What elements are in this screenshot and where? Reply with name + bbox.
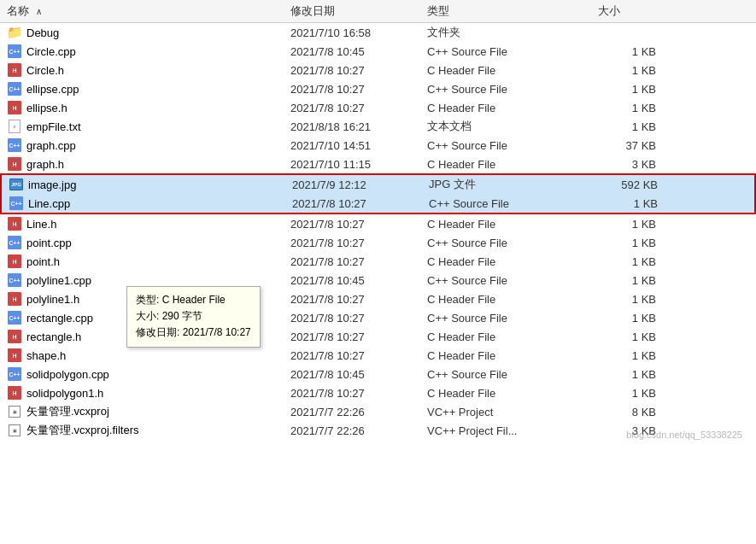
list-item[interactable]: H Circle.h 2021/7/8 10:27 C Header File … — [0, 61, 756, 79]
list-item[interactable]: H solidpolygon1.h 2021/7/8 10:27 C Heade… — [0, 383, 756, 402]
sort-arrow-icon: ∧ — [36, 7, 42, 16]
list-item[interactable]: C++ Circle.cpp 2021/7/8 10:45 C++ Source… — [0, 42, 756, 61]
file-name-cell: C++ Line.cpp — [2, 196, 292, 211]
file-name-cell: ≡ empFile.txt — [0, 119, 290, 134]
file-name: empFile.txt — [26, 120, 81, 133]
vcxproj-icon: ▣ — [7, 423, 22, 438]
list-item[interactable]: H rectangle.h 2021/7/8 10:27 C Header Fi… — [0, 327, 756, 346]
file-name: Circle.h — [26, 64, 64, 77]
file-date: 2021/7/8 10:27 — [290, 64, 427, 77]
list-item[interactable]: H shape.h 2021/7/8 10:27 C Header File 1… — [0, 346, 756, 365]
file-name: 矢量管理.vcxproj — [26, 404, 109, 419]
file-name: point.h — [26, 255, 60, 268]
file-date: 2021/7/8 10:27 — [290, 83, 427, 96]
file-type: JPG 文件 — [429, 177, 600, 192]
file-date: 2021/7/7 22:26 — [290, 424, 427, 437]
list-item[interactable]: C++ ellipse.cpp 2021/7/8 10:27 C++ Sourc… — [0, 79, 756, 98]
file-type: C++ Source File — [429, 197, 600, 210]
list-item[interactable]: H Line.h 2021/7/8 10:27 C Header File 1 … — [0, 214, 756, 233]
file-name-cell: ▣ 矢量管理.vcxproj — [0, 404, 290, 419]
file-size: 1 KB — [598, 368, 666, 381]
list-item[interactable]: C++ Line.cpp 2021/7/8 10:27 C++ Source F… — [0, 194, 756, 214]
file-type: C Header File — [427, 102, 598, 114]
list-item[interactable]: ▣ 矢量管理.vcxproj 2021/7/7 22:26 VC++ Proje… — [0, 402, 756, 421]
file-name: Circle.cpp — [26, 45, 76, 58]
file-name-cell: H solidpolygon1.h — [0, 385, 290, 401]
txt-icon: ≡ — [7, 119, 22, 134]
file-name-cell: C++ point.cpp — [0, 235, 290, 250]
list-item[interactable]: H point.h 2021/7/8 10:27 C Header File 1… — [0, 252, 756, 271]
list-item[interactable]: H polyline1.h 2021/7/8 10:27 C Header Fi… — [0, 290, 756, 308]
file-size: 37 KB — [598, 139, 666, 152]
list-item[interactable]: 📁 Debug 2021/7/10 16:58 文件夹 — [0, 23, 756, 42]
file-explorer: 名称 ∧ 修改日期 类型 大小 📁 Debug 2021/7/10 16:58 … — [0, 0, 756, 440]
file-type: C Header File — [427, 293, 598, 306]
file-name-cell: H shape.h — [0, 348, 290, 363]
folder-icon: 📁 — [7, 25, 22, 40]
file-date: 2021/7/8 10:27 — [290, 312, 427, 325]
file-name-cell: 📁 Debug — [0, 25, 290, 40]
file-type: C Header File — [427, 64, 598, 77]
h-icon: H — [7, 291, 22, 307]
list-item[interactable]: C++ solidpolygon.cpp 2021/7/8 10:45 C++ … — [0, 365, 756, 383]
tooltip-size-label: 大小: — [136, 310, 159, 322]
col-header-size[interactable]: 大小 — [598, 3, 666, 19]
list-item[interactable]: JPG image.jpg 2021/7/9 12:12 JPG 文件 592 … — [0, 173, 756, 194]
file-date: 2021/7/7 22:26 — [290, 406, 427, 418]
col-header-name[interactable]: 名称 ∧ — [0, 3, 290, 19]
file-type: VC++ Project — [427, 406, 598, 418]
list-item[interactable]: C++ point.cpp 2021/7/8 10:27 C++ Source … — [0, 233, 756, 252]
file-name: 矢量管理.vcxproj.filters — [26, 423, 138, 438]
file-type: C++ Source File — [427, 274, 598, 287]
list-item[interactable]: C++ graph.cpp 2021/7/10 14:51 C++ Source… — [0, 136, 756, 155]
file-name: graph.cpp — [26, 139, 76, 152]
file-name: solidpolygon1.h — [26, 387, 103, 400]
cpp-icon: C++ — [7, 272, 22, 288]
file-date: 2021/7/8 10:27 — [290, 255, 427, 268]
file-date: 2021/7/9 12:12 — [292, 178, 429, 191]
file-name-cell: C++ Circle.cpp — [0, 44, 290, 59]
file-date: 2021/7/8 10:45 — [290, 368, 427, 381]
file-type: C++ Source File — [427, 368, 598, 381]
file-size: 1 KB — [598, 83, 666, 96]
file-size: 1 KB — [598, 274, 666, 287]
list-item[interactable]: H ellipse.h 2021/7/8 10:27 C Header File… — [0, 98, 756, 117]
list-item[interactable]: ≡ empFile.txt 2021/8/18 16:21 文本文档 1 KB — [0, 117, 756, 136]
file-name-cell: C++ solidpolygon.cpp — [0, 366, 290, 382]
file-size: 8 KB — [598, 406, 666, 418]
file-name: rectangle.h — [26, 330, 81, 343]
jpg-icon: JPG — [9, 177, 24, 192]
file-name-cell: H graph.h — [0, 156, 290, 172]
file-date: 2021/7/8 10:27 — [290, 218, 427, 231]
tooltip-date-label: 修改日期: — [136, 326, 179, 338]
file-name-cell: ▣ 矢量管理.vcxproj.filters — [0, 423, 290, 438]
list-item[interactable]: C++ polyline1.cpp 2021/7/8 10:45 C++ Sou… — [0, 271, 756, 290]
h-icon: H — [7, 62, 22, 78]
file-name: graph.h — [26, 158, 64, 171]
file-size: 1 KB — [598, 255, 666, 268]
col-header-date[interactable]: 修改日期 — [290, 3, 427, 19]
file-date: 2021/7/8 10:45 — [290, 45, 427, 58]
file-name-cell: H Circle.h — [0, 62, 290, 78]
file-size: 1 KB — [598, 120, 666, 133]
file-size: 1 KB — [600, 197, 668, 210]
file-name: Line.h — [26, 218, 56, 231]
file-name: Debug — [26, 26, 59, 39]
file-name-cell: C++ ellipse.cpp — [0, 81, 290, 97]
file-size: 592 KB — [600, 178, 668, 191]
h-icon: H — [7, 348, 22, 363]
h-icon: H — [7, 385, 22, 401]
file-date: 2021/7/8 10:27 — [290, 349, 427, 362]
file-date: 2021/7/10 11:15 — [290, 158, 427, 171]
file-type: C Header File — [427, 330, 598, 343]
list-item[interactable]: H graph.h 2021/7/10 11:15 C Header File … — [0, 155, 756, 173]
file-name: Line.cpp — [28, 197, 70, 210]
file-type: C++ Source File — [427, 83, 598, 96]
file-date: 2021/7/8 10:27 — [290, 293, 427, 306]
column-header: 名称 ∧ 修改日期 类型 大小 — [0, 0, 756, 23]
file-size: 1 KB — [598, 293, 666, 306]
list-item[interactable]: C++ rectangle.cpp 2021/7/8 10:27 C++ Sou… — [0, 308, 756, 327]
col-header-type[interactable]: 类型 — [427, 3, 598, 19]
file-date: 2021/7/8 10:27 — [290, 330, 427, 343]
file-name-cell: JPG image.jpg — [2, 177, 292, 192]
